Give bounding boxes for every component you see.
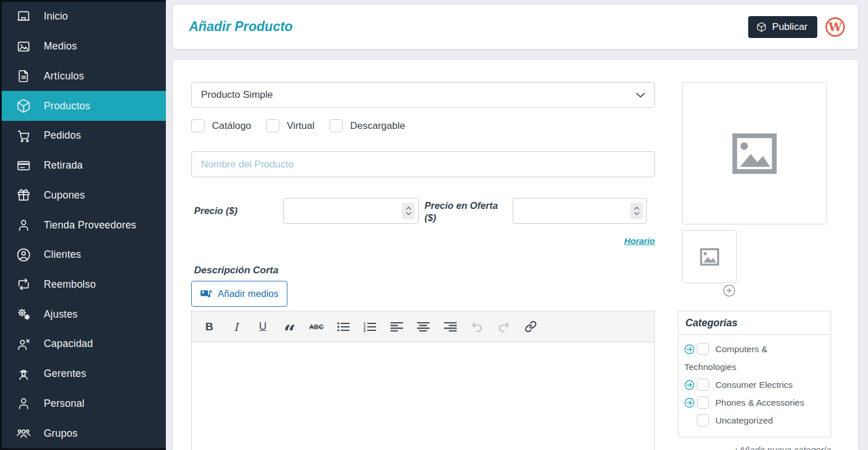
sidebar-item-label: Productos: [44, 100, 90, 112]
price-input[interactable]: [283, 198, 419, 224]
sidebar-item-reembolso[interactable]: Reembolso: [2, 270, 166, 300]
sidebar-item-label: Inicio: [44, 10, 68, 22]
catalogo-checkbox-group: Catálogo: [191, 119, 251, 132]
image-icon: [16, 39, 31, 54]
sale-price-input-wrap: [513, 198, 647, 224]
category-label: Phones & Accessories: [715, 398, 804, 407]
schedule-link-wrap: Horario: [191, 236, 655, 246]
bold-button[interactable]: B: [196, 311, 223, 342]
user-x-icon: [16, 337, 31, 352]
category-checkbox[interactable]: [697, 379, 709, 391]
sidebar-item-capacidad[interactable]: Capacidad: [2, 329, 166, 359]
sidebar-item-productos[interactable]: Productos: [2, 91, 166, 121]
sidebar-item-clientes[interactable]: Clientes: [2, 240, 166, 270]
sidebar-item-grupos[interactable]: Grupos: [2, 418, 166, 448]
expand-arrow-icon[interactable]: [684, 342, 695, 353]
redo-icon: [498, 322, 510, 332]
strikethrough-button[interactable]: ABC: [303, 311, 330, 342]
featured-image-box[interactable]: [682, 82, 827, 224]
expand-arrow-icon[interactable]: [684, 378, 695, 388]
align-center-icon: [417, 322, 430, 332]
sale-price-input[interactable]: [513, 198, 647, 224]
sidebar-item-label: Cupones: [44, 189, 85, 201]
sidebar-item-articulos[interactable]: Artículos: [2, 61, 166, 91]
product-type-value: Producto Simple: [201, 89, 273, 101]
category-checkbox[interactable]: [697, 343, 709, 355]
add-media-button[interactable]: Añadir medios: [191, 281, 287, 307]
align-right-button[interactable]: [437, 311, 464, 342]
credit-card-icon: [16, 158, 31, 173]
gift-icon: [16, 188, 31, 203]
undo-button[interactable]: [464, 311, 491, 342]
descargable-label: Descargable: [350, 120, 405, 132]
sidebar-item-label: Medios: [44, 40, 77, 52]
underline-button[interactable]: U: [249, 311, 276, 342]
header-actions: Publicar W: [748, 16, 846, 38]
manager-icon: [16, 367, 31, 382]
align-center-button[interactable]: [410, 311, 437, 342]
sidebar-item-tienda-proveedores[interactable]: Tienda Proveedores: [2, 210, 166, 240]
product-flags-row: Catálogo Virtual Descargable: [191, 119, 405, 132]
redo-button[interactable]: [491, 311, 518, 342]
sidebar-item-label: Retirada: [44, 159, 83, 171]
bulleted-list-button[interactable]: [330, 311, 357, 342]
wordpress-logo-icon[interactable]: W: [825, 17, 846, 37]
sidebar-item-label: Pedidos: [44, 129, 81, 142]
publish-button[interactable]: Publicar: [748, 16, 817, 38]
align-right-icon: [444, 322, 457, 332]
categories-section: Categorías Computers & Technologies Cons: [678, 311, 831, 450]
short-description-label: Descripción Corta: [194, 265, 278, 276]
numbered-list-icon: 1 2 3: [363, 322, 376, 332]
sidebar-item-gerentes[interactable]: Gerentes: [2, 359, 166, 389]
sale-price-stepper[interactable]: [630, 203, 643, 219]
virtual-checkbox[interactable]: [266, 119, 279, 132]
sidebar-item-label: Gerentes: [44, 368, 86, 380]
blockquote-button[interactable]: “: [276, 316, 304, 347]
expand-arrow-icon[interactable]: [684, 396, 695, 406]
category-checkbox[interactable]: [697, 396, 709, 409]
gears-icon: [16, 307, 31, 322]
schedule-link[interactable]: Horario: [624, 236, 655, 246]
sidebar-item-inicio[interactable]: Inicio: [2, 2, 166, 32]
descargable-checkbox[interactable]: [329, 119, 343, 132]
bulleted-list-icon: [337, 322, 350, 332]
link-button[interactable]: [517, 311, 544, 342]
users-icon: [16, 426, 31, 441]
category-row: Uncategorized: [684, 411, 825, 429]
category-label: Consumer Electrics: [715, 380, 793, 390]
price-stepper[interactable]: [402, 203, 415, 219]
sidebar-item-label: Tienda Proveedores: [44, 219, 137, 231]
sidebar-item-pedidos[interactable]: Pedidos: [2, 121, 166, 151]
link-icon: [525, 321, 537, 333]
plus-icon: [723, 284, 736, 297]
add-category-link[interactable]: +Añadir nueva categoría: [678, 445, 831, 450]
sidebar-item-medios[interactable]: Medios: [2, 32, 166, 62]
gallery-image-box[interactable]: [682, 230, 737, 283]
sidebar-item-personal[interactable]: Personal: [2, 389, 166, 419]
numbered-list-button[interactable]: 1 2 3: [357, 311, 384, 342]
product-name-input[interactable]: [191, 151, 655, 177]
sidebar-item-retirada[interactable]: Retirada: [2, 151, 166, 181]
align-left-button[interactable]: [384, 311, 411, 342]
sidebar-item-label: Personal: [44, 398, 85, 410]
sidebar-item-label: Ajustes: [44, 308, 78, 321]
editor-content[interactable]: [191, 342, 655, 450]
sale-price-label: Precio en Oferta ($): [424, 200, 512, 224]
page-title: Añadir Producto: [189, 19, 293, 35]
product-type-select[interactable]: Producto Simple: [191, 82, 655, 108]
sidebar-item-cupones[interactable]: Cupones: [2, 180, 166, 210]
catalogo-checkbox[interactable]: [191, 119, 204, 132]
category-checkbox[interactable]: [697, 414, 709, 426]
align-left-icon: [391, 322, 403, 332]
price-input-wrap: [283, 198, 419, 224]
add-media-label: Añadir medios: [218, 288, 278, 299]
italic-button[interactable]: I: [223, 311, 250, 342]
sidebar-item-ajustes[interactable]: Ajustes: [2, 299, 166, 329]
image-placeholder-icon: [731, 133, 778, 174]
user-icon: [16, 218, 31, 232]
editor-toolbar: B I U “ ABC 1 2 3: [191, 311, 655, 342]
media-icon: [200, 288, 213, 300]
add-gallery-image-button[interactable]: [723, 284, 736, 297]
short-description-editor: B I U “ ABC 1 2 3: [191, 311, 655, 450]
price-label: Precio ($): [194, 198, 237, 224]
